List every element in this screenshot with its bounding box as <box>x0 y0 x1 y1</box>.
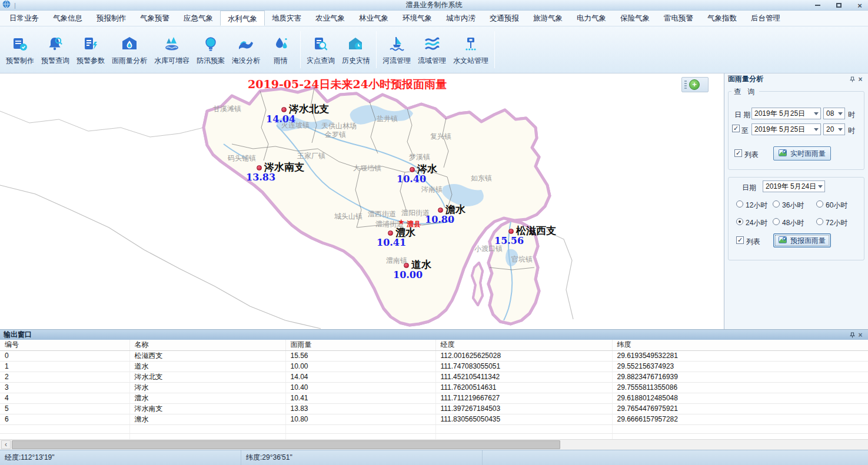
warning-create-icon <box>11 35 29 53</box>
radio-60h[interactable] <box>816 200 823 208</box>
radio-72h[interactable] <box>816 218 823 225</box>
station-marker[interactable] <box>438 208 443 213</box>
col-header-latitude[interactable]: 纬度 <box>612 340 868 350</box>
radio-24h[interactable] <box>736 218 743 225</box>
menu-item-forecast-production[interactable]: 预报制作 <box>89 11 133 26</box>
town-label: 官垸镇 <box>511 255 533 265</box>
tool-flood-plan[interactable]: 防汛预案 <box>193 34 228 66</box>
station-marker[interactable] <box>257 165 262 170</box>
station-marker[interactable] <box>388 230 393 236</box>
to-date-checkbox[interactable]: ✓ <box>732 125 740 132</box>
close-button[interactable]: × <box>855 1 864 9</box>
minimize-button[interactable] <box>813 1 822 9</box>
table-row[interactable]: 0松滋西支15.56112.00162562502829.61935495322… <box>0 350 868 361</box>
panel-close-icon[interactable]: × <box>856 75 864 83</box>
radio-12h[interactable] <box>736 200 743 208</box>
forecast-list-checkbox[interactable]: ✓ <box>736 236 744 244</box>
pin-icon[interactable] <box>848 331 856 339</box>
radio-72h-label: 72小时 <box>826 218 847 228</box>
end-date-select[interactable]: 2019年 5月25日 <box>751 123 821 135</box>
output-close-icon[interactable]: × <box>856 331 864 339</box>
table-row[interactable]: 5涔水南支13.83111.39726718450329.76544769759… <box>0 403 868 414</box>
tool-warning-create[interactable]: 预警制作 <box>2 34 38 66</box>
menu-item-hydrology-weather[interactable]: 水利气象 <box>220 11 265 26</box>
radio-48h-label: 48小时 <box>782 218 804 228</box>
menu-item-daily-business[interactable]: 日常业务 <box>2 11 46 26</box>
station-value: 13.83 <box>246 172 275 183</box>
menu-item-power-weather[interactable]: 电力气象 <box>570 11 613 26</box>
station-marker[interactable] <box>410 167 415 172</box>
menu-item-traffic-forecast[interactable]: 交通预报 <box>483 11 526 26</box>
town-label: 王家厂镇 <box>297 151 325 161</box>
end-hour-select[interactable]: 20 <box>823 123 845 135</box>
areal-rain-analysis-icon <box>121 35 138 53</box>
tool-river-management[interactable]: 河流管理 <box>379 34 414 66</box>
radio-36h[interactable] <box>773 200 780 208</box>
app-window: | 澧县业务制作系统 × 日常业务 气象信息 预报制作 气象预警 应急气象 水利… <box>0 0 868 465</box>
station-marker[interactable] <box>281 107 287 112</box>
menu-item-backend-management[interactable]: 后台管理 <box>744 11 787 26</box>
tool-reservoir-capacity[interactable]: 水库可增容 <box>151 34 193 66</box>
table-row[interactable]: 4澧水10.41111.71121966762729.6188012485048 <box>0 393 868 403</box>
menu-item-weather-index[interactable]: 气象指数 <box>700 11 744 26</box>
menu-item-geological-disaster[interactable]: 地质灾害 <box>265 11 308 26</box>
tool-inundation-analysis[interactable]: 淹没分析 <box>228 34 264 66</box>
chevron-down-icon <box>812 108 820 119</box>
tool-warning-params[interactable]: 预警参数 <box>73 34 108 66</box>
rain-condition-icon <box>272 35 290 53</box>
maximize-button[interactable] <box>834 1 843 9</box>
table-row[interactable]: 6澹水10.80111.83056505043529.6666157957282 <box>0 414 868 424</box>
hydrostation-management-icon <box>462 35 480 53</box>
col-header-id[interactable]: 编号 <box>0 340 129 350</box>
zoom-in-button[interactable]: + <box>689 79 700 90</box>
menu-item-forestry-weather[interactable]: 林业气象 <box>352 11 395 26</box>
table-row[interactable]: 3涔水10.40111.7620051463129.7555811355086 <box>0 382 868 393</box>
tool-disaster-point-query[interactable]: 灾点查询 <box>303 34 338 66</box>
menu-item-tourism-weather[interactable]: 旅游气象 <box>526 11 570 26</box>
menu-item-environment-weather[interactable]: 环境气象 <box>395 11 439 26</box>
menu-item-agriculture-weather[interactable]: 农业气象 <box>308 11 352 26</box>
tool-areal-rain-analysis[interactable]: 面雨量分析 <box>108 34 151 66</box>
col-header-name[interactable]: 名称 <box>129 340 285 350</box>
warning-query-icon <box>46 35 64 53</box>
pin-icon[interactable] <box>848 75 856 83</box>
chevron-down-icon <box>816 181 824 192</box>
table-row[interactable]: 2涔水北支14.04111.45210541134229.88234767169… <box>0 372 868 382</box>
start-date-select[interactable]: 2019年 5月25日 <box>751 108 821 119</box>
realtime-rain-button[interactable]: 实时面雨量 <box>773 146 831 160</box>
menu-item-weather-warning[interactable]: 气象预警 <box>133 11 177 26</box>
tool-history-disaster[interactable]: 历史灾情 <box>338 34 374 66</box>
window-title: 澧县业务制作系统 <box>0 0 868 10</box>
tool-hydrostation-management[interactable]: 水文站管理 <box>450 34 492 66</box>
inundation-analysis-icon <box>237 35 255 53</box>
station-value: 14.04 <box>266 113 295 125</box>
start-hour-select[interactable]: 08 <box>823 108 845 119</box>
drag-grip-icon[interactable] <box>684 81 687 89</box>
menu-item-lightning-warning[interactable]: 雷电预警 <box>657 11 700 26</box>
menu-item-insurance-weather[interactable]: 保险气象 <box>613 11 657 26</box>
map-canvas[interactable] <box>0 73 724 329</box>
chevron-down-icon <box>812 124 820 135</box>
map-area[interactable]: 2019-05-24日未来24小时预报面雨量 甘溪滩镇 火连坡镇 天供山林场 金… <box>0 73 724 329</box>
horizontal-scrollbar[interactable]: ‹ <box>0 439 868 450</box>
menu-item-weather-info[interactable]: 气象信息 <box>46 11 89 26</box>
station-marker[interactable] <box>404 263 409 268</box>
table-row[interactable]: 1道水10.00111.74708305505129.552156374923 <box>0 361 868 372</box>
menu-item-urban-flooding[interactable]: 城市内涝 <box>439 11 483 26</box>
radio-48h[interactable] <box>773 218 780 225</box>
station-marker[interactable] <box>508 229 514 234</box>
tool-warning-query[interactable]: 预警查询 <box>38 34 73 66</box>
scrollbar-thumb[interactable] <box>12 440 560 449</box>
town-label: 如东镇 <box>471 173 492 183</box>
menu-item-emergency-weather[interactable]: 应急气象 <box>177 11 220 26</box>
tool-basin-management[interactable]: 流域管理 <box>414 34 450 66</box>
forecast-rain-button[interactable]: 预报面雨量 <box>773 233 831 247</box>
scroll-left-icon[interactable]: ‹ <box>1 440 11 449</box>
col-header-rain[interactable]: 面雨量 <box>285 340 435 350</box>
titlebar: | 澧县业务制作系统 × <box>0 0 868 11</box>
forecast-date-select[interactable]: 2019年 5月24日 <box>763 180 825 192</box>
col-header-longitude[interactable]: 经度 <box>435 340 612 350</box>
tool-rain-condition[interactable]: 雨情 <box>264 34 298 66</box>
list-checkbox[interactable]: ✓ <box>734 149 742 157</box>
map-zoom-control: + <box>681 77 709 92</box>
